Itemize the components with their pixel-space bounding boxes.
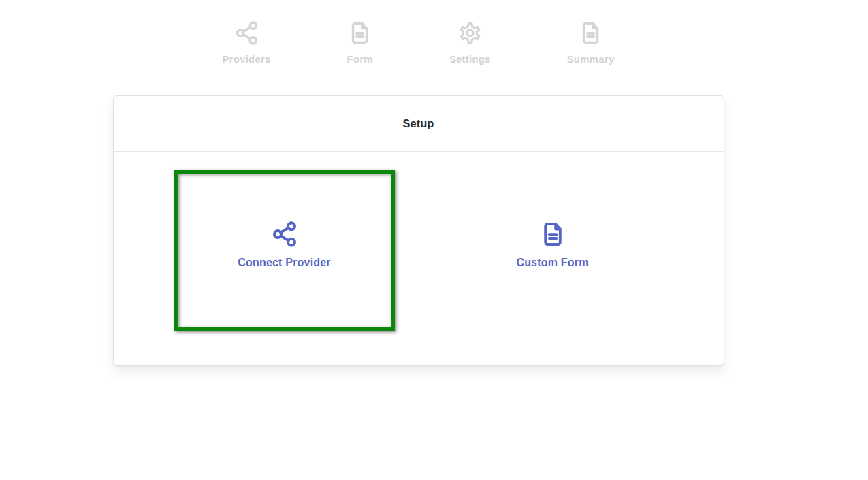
card-header: Setup: [114, 96, 724, 152]
card-body: Connect Provider Custom Form: [114, 152, 724, 365]
wizard-stepper: Providers Form Settings Summary: [0, 0, 837, 65]
stepper-step-summary[interactable]: Summary: [567, 20, 615, 65]
option-label: Connect Provider: [238, 257, 331, 269]
stepper-step-label: Settings: [449, 53, 491, 65]
stepper-step-label: Providers: [223, 53, 271, 65]
option-custom-form[interactable]: Custom Form: [443, 170, 663, 331]
stepper-step-form[interactable]: Form: [347, 20, 373, 65]
option-label: Custom Form: [516, 257, 588, 269]
share-icon: [234, 20, 259, 46]
stepper-step-providers[interactable]: Providers: [223, 20, 271, 65]
stepper-step-label: Form: [347, 53, 373, 65]
stepper-step-settings[interactable]: Settings: [449, 20, 491, 65]
page-title: Setup: [403, 117, 434, 130]
document-icon: [578, 20, 603, 46]
stepper-step-label: Summary: [567, 53, 615, 65]
setup-card: Setup Connect Provider Custom Form: [113, 95, 724, 366]
setup-wizard-page: Providers Form Settings Summary Setup: [0, 0, 837, 480]
document-icon: [539, 221, 566, 248]
share-icon: [271, 221, 298, 248]
option-connect-provider[interactable]: Connect Provider: [174, 170, 395, 331]
gear-icon: [457, 20, 483, 46]
document-icon: [347, 20, 372, 46]
